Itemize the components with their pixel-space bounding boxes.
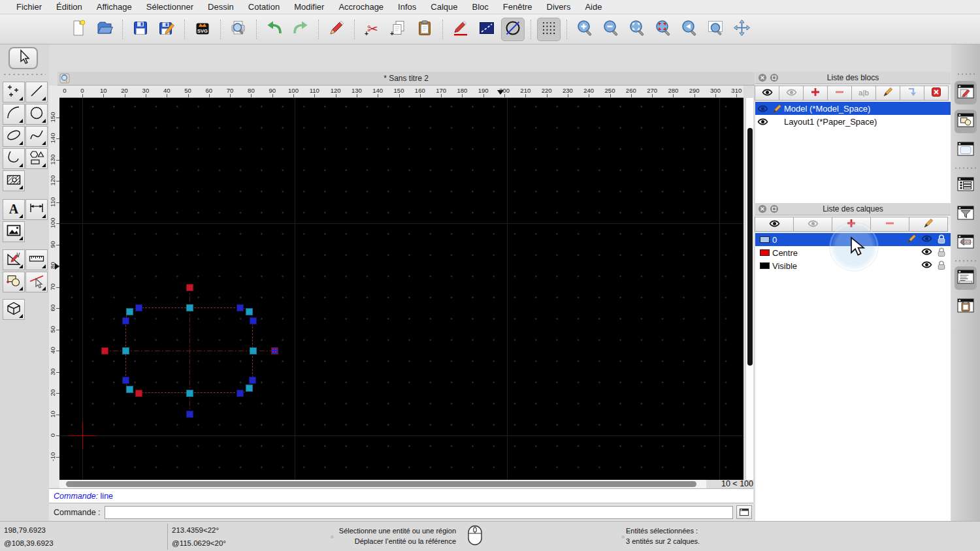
tool-text-button[interactable]: A [3, 199, 25, 220]
pencil-icon[interactable] [770, 103, 784, 114]
layers-plus-button[interactable] [832, 217, 871, 232]
tool-block-button[interactable] [3, 272, 25, 292]
menu-fenetre[interactable]: Fenêtre [496, 0, 540, 14]
menu-modifier[interactable]: Modifier [287, 0, 331, 14]
undo-button[interactable] [263, 18, 286, 41]
tool-ellipse-button[interactable] [3, 126, 25, 147]
cut-button[interactable]: ✂+ [361, 18, 384, 41]
vertical-scrollbar-thumb[interactable] [747, 128, 753, 366]
blocks-rename-button[interactable]: a|b [851, 86, 876, 101]
selection-handle-blue[interactable] [237, 390, 244, 397]
tool-hatch-button[interactable] [3, 170, 25, 191]
blocks-delete-x-button[interactable] [924, 86, 949, 101]
draw-order-button[interactable] [475, 18, 498, 41]
blocks-insert-button[interactable] [900, 86, 924, 101]
tool-measure-button[interactable] [25, 249, 48, 270]
blocks-pencil-button[interactable] [875, 86, 900, 101]
print-preview-button[interactable] [227, 18, 250, 41]
tool-line-button[interactable] [25, 82, 48, 102]
menu-divers[interactable]: Divers [540, 0, 578, 14]
drawing-canvas[interactable] [59, 98, 743, 480]
selection-handle-blue[interactable] [250, 317, 257, 324]
layers-eye-grey-button[interactable] [793, 217, 832, 232]
zoom-auto-button[interactable] [625, 18, 649, 41]
dock-clipboard-toggle-button[interactable] [955, 295, 977, 319]
paste-button[interactable] [413, 18, 436, 41]
pencil-icon[interactable] [906, 233, 917, 246]
lock-icon[interactable] [936, 247, 947, 259]
zoom-window-button[interactable] [704, 18, 727, 41]
menu-aide[interactable]: Aide [578, 0, 609, 14]
selection-handle-cyan[interactable] [186, 304, 193, 311]
dock-filter-toggle-button[interactable] [955, 202, 977, 226]
layers-eye-button[interactable] [755, 217, 794, 232]
selection-handle-blue[interactable] [237, 304, 244, 311]
tool-points-button[interactable] [3, 82, 25, 102]
blocks-eye-button[interactable] [755, 86, 779, 101]
command-input[interactable] [105, 506, 733, 519]
blocks-eye-grey-button[interactable] [779, 86, 804, 101]
svg-export-button[interactable]: SVG [191, 18, 214, 41]
tool-solid-button[interactable] [3, 299, 25, 320]
menu-infos[interactable]: Infos [391, 0, 423, 14]
dock-block-toggle-button[interactable] [955, 110, 977, 133]
selection-handle-blue[interactable] [249, 377, 256, 384]
zoom-in-button[interactable] [573, 18, 596, 41]
layers-pencil-button[interactable] [909, 217, 948, 232]
open-folder-button[interactable] [93, 18, 116, 41]
tool-circle-button[interactable] [25, 104, 48, 125]
edit-attributes-button[interactable] [449, 18, 472, 41]
lock-icon[interactable] [936, 234, 947, 246]
command-window-toggle-button[interactable] [736, 505, 752, 519]
menu-edition[interactable]: Édition [49, 0, 90, 14]
save-button[interactable] [129, 18, 152, 41]
block-row[interactable]: Layout1 (*Paper_Space) [755, 115, 951, 128]
horizontal-scrollbar[interactable] [59, 480, 706, 488]
close-icon[interactable] [758, 73, 767, 82]
close-icon[interactable] [758, 204, 767, 213]
eye-icon[interactable] [755, 104, 770, 113]
dock-layer-toggle-button[interactable] [955, 81, 977, 104]
grid-toggle-button[interactable] [537, 18, 561, 41]
redo-button[interactable] [289, 18, 312, 41]
layer-row-centre[interactable]: Centre [755, 246, 951, 259]
selection-handle-cyan[interactable] [186, 390, 193, 397]
block-row[interactable]: Model (*Model_Space) [755, 102, 951, 115]
zoom-pan-button[interactable] [730, 18, 753, 41]
tool-select-entity-button[interactable] [25, 272, 48, 292]
tool-image-button[interactable] [3, 221, 25, 242]
eye-icon[interactable] [921, 247, 932, 258]
selection-handle-cyan[interactable] [250, 347, 257, 354]
layer-row-visible[interactable]: Visible [755, 259, 951, 272]
dock-library-toggle-button[interactable] [955, 138, 977, 162]
dock-wall-toggle-button[interactable] [955, 231, 977, 255]
selection-handle-cyan[interactable] [126, 308, 133, 315]
menu-calque[interactable]: Calque [423, 0, 465, 14]
float-icon[interactable] [770, 73, 779, 82]
eye-icon[interactable] [921, 234, 932, 245]
layer-row-0[interactable]: 0 [755, 233, 951, 246]
dock-list-toggle-button[interactable] [955, 174, 977, 197]
menu-fichier[interactable]: Fichier [9, 0, 49, 14]
tool-dimension-button[interactable] [25, 199, 48, 220]
copy-button[interactable]: + [387, 18, 410, 41]
horizontal-scrollbar-thumb[interactable] [66, 481, 696, 487]
selection-handle-cyan[interactable] [246, 308, 253, 315]
save-as-button[interactable] [155, 18, 178, 41]
menu-bloc[interactable]: Bloc [465, 0, 495, 14]
eye-icon[interactable] [921, 260, 932, 271]
selection-handle-red[interactable] [135, 390, 142, 397]
tool-arc-button[interactable] [3, 104, 25, 125]
delete-entity-button[interactable] [325, 18, 348, 41]
layers-minus-button[interactable] [870, 217, 909, 232]
menu-cotation[interactable]: Cotation [241, 0, 287, 14]
tool-polygon-button[interactable] [25, 148, 48, 169]
menu-dessin[interactable]: Dessin [201, 0, 241, 14]
deselect-all-button[interactable] [501, 18, 525, 41]
tool-polyline-button[interactable] [3, 148, 25, 169]
zoom-out-button[interactable] [599, 18, 623, 41]
menu-affichage[interactable]: Affichage [90, 0, 139, 14]
lock-icon[interactable] [936, 260, 947, 272]
selection-handle-cyan[interactable] [122, 347, 129, 354]
zoom-selected-button[interactable] [651, 18, 675, 41]
